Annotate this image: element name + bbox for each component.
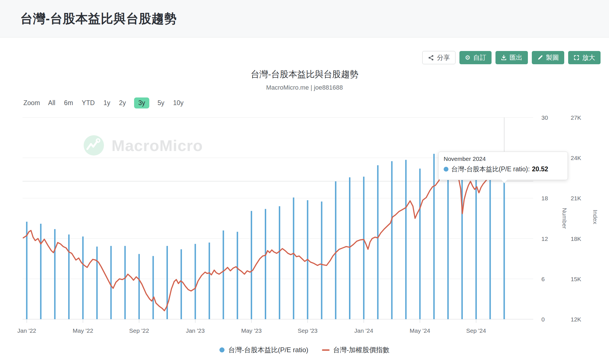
index-axis-title: Index xyxy=(592,210,599,224)
number-axis-tick-label: 18 xyxy=(541,195,548,201)
x-axis-label: Sep '23 xyxy=(298,327,318,334)
pe-bar[interactable] xyxy=(54,229,55,319)
pe-bar[interactable] xyxy=(181,249,182,319)
pe-bar[interactable] xyxy=(265,209,266,319)
index-axis-tick-label: 18K xyxy=(571,236,581,242)
pe-bar[interactable] xyxy=(166,246,168,319)
chart-legend: 台灣-台股本益比(P/E ratio) 台灣-加權股價指數 xyxy=(0,345,609,354)
index-axis-tick-label: 24K xyxy=(571,155,581,161)
pe-bar[interactable] xyxy=(363,177,364,319)
pe-bar[interactable] xyxy=(40,224,41,319)
index-series-marker-icon xyxy=(322,349,330,351)
x-axis-label: May '24 xyxy=(410,327,430,334)
pe-bar[interactable] xyxy=(138,254,140,319)
legend-item-index[interactable]: 台灣-加權股價指數 xyxy=(322,345,390,354)
pe-bar[interactable] xyxy=(419,168,421,319)
pe-bar[interactable] xyxy=(251,211,252,319)
pe-bar[interactable] xyxy=(377,165,379,319)
pe-bar[interactable] xyxy=(68,234,70,319)
x-axis-label: Sep '24 xyxy=(466,327,486,334)
pe-bar[interactable] xyxy=(279,206,280,319)
tooltip-date: November 2024 xyxy=(444,156,563,162)
pe-bar[interactable] xyxy=(293,197,294,319)
pe-bar[interactable] xyxy=(96,247,98,319)
legend-label-index: 台灣-加權股價指數 xyxy=(333,345,390,354)
pe-bar[interactable] xyxy=(321,201,322,319)
pe-bar[interactable] xyxy=(433,154,435,319)
index-axis-tick-label: 15K xyxy=(571,276,581,282)
pe-bar[interactable] xyxy=(391,161,393,319)
tooltip-value: 20.52 xyxy=(532,165,548,173)
pe-bar[interactable] xyxy=(461,168,463,319)
pe-bar[interactable] xyxy=(405,160,407,319)
x-axis-label: Jan '22 xyxy=(17,327,36,334)
number-axis-tick-label: 12 xyxy=(541,236,548,242)
legend-item-pe-ratio[interactable]: 台灣-台股本益比(P/E ratio) xyxy=(219,345,308,354)
pe-series-marker-icon xyxy=(219,347,225,352)
index-axis-tick-label: 12K xyxy=(571,316,581,323)
x-axis-label: Jan '23 xyxy=(186,327,205,334)
pe-bar[interactable] xyxy=(209,243,210,319)
tooltip-series-marker-icon xyxy=(444,167,448,172)
number-axis-title: Number xyxy=(561,208,568,229)
pe-bar[interactable] xyxy=(195,244,196,319)
number-axis-tick-label: 30 xyxy=(541,114,548,121)
pe-bar[interactable] xyxy=(82,236,84,319)
legend-label-pe-ratio: 台灣-台股本益比(P/E ratio) xyxy=(228,345,308,354)
index-axis-tick-label: 27K xyxy=(571,114,581,121)
x-axis-label: Jan '24 xyxy=(354,327,373,334)
x-axis-label: May '22 xyxy=(73,327,93,334)
x-axis-label: May '23 xyxy=(241,327,262,334)
chart-plot-area: Jan '22May '22Sep '22Jan '23May '23Sep '… xyxy=(0,0,609,364)
page: 台灣-台股本益比與台股趨勢 分享 ⚙ 自訂 匯出 製圖 xyxy=(0,0,609,364)
pe-bar[interactable] xyxy=(237,232,238,319)
pe-bar[interactable] xyxy=(110,246,112,319)
number-axis-tick-label: 0 xyxy=(541,316,545,323)
pe-bar[interactable] xyxy=(335,181,336,319)
tooltip-series-label: 台灣-台股本益比(P/E ratio): xyxy=(451,165,530,174)
pe-bar[interactable] xyxy=(503,181,505,319)
index-axis-tick-label: 21K xyxy=(571,195,581,201)
chart-tooltip: November 2024 台灣-台股本益比(P/E ratio): 20.52 xyxy=(438,152,568,180)
pe-bar[interactable] xyxy=(152,256,154,319)
pe-bar[interactable] xyxy=(124,246,126,319)
pe-bar[interactable] xyxy=(490,179,491,319)
number-axis-tick-label: 6 xyxy=(541,276,545,282)
pe-bar[interactable] xyxy=(475,170,477,319)
pe-bar[interactable] xyxy=(349,177,350,319)
x-axis-label: Sep '22 xyxy=(129,327,149,334)
pe-bar[interactable] xyxy=(223,230,224,319)
